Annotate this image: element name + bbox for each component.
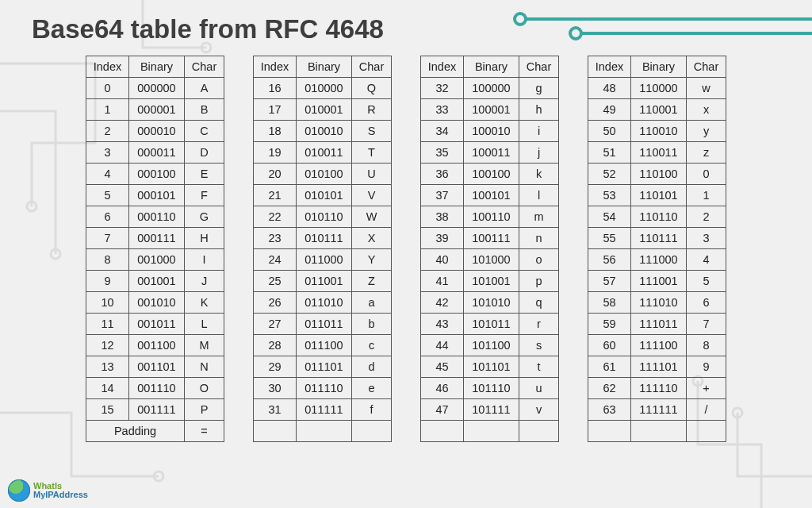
header-char: Char (519, 56, 559, 78)
header-index: Index (421, 56, 464, 78)
cell-char: k (519, 164, 559, 185)
table-row: 3000011D (86, 142, 224, 164)
cell-index: 1 (86, 99, 129, 121)
cell-index: 55 (588, 228, 631, 249)
table-row: 47101111v (421, 399, 559, 421)
cell-index: 21 (254, 185, 297, 206)
cell-index: 19 (254, 142, 297, 164)
cell-binary: 011001 (297, 271, 352, 292)
globe-icon (8, 479, 30, 502)
cell-index: 58 (588, 292, 631, 314)
cell-binary: 111010 (631, 292, 687, 314)
cell-binary: 000100 (129, 164, 185, 185)
cell-char: i (519, 121, 559, 142)
header-binary: Binary (631, 56, 687, 78)
cell-char: r (519, 314, 559, 335)
table-row: 4000100E (86, 164, 224, 185)
table-row: 51110011z (588, 142, 726, 164)
cell-index: 49 (588, 99, 631, 121)
table-row: 35100011j (421, 142, 559, 164)
cell-index: 24 (254, 249, 297, 271)
table-row: 13001101N (86, 356, 224, 378)
table-row: 6000110G (86, 206, 224, 228)
empty-cell (297, 421, 352, 442)
cell-index: 46 (421, 378, 464, 399)
cell-char: 8 (687, 335, 726, 356)
header-index: Index (86, 56, 129, 78)
cell-binary: 010010 (297, 121, 352, 142)
cell-char: w (687, 78, 726, 99)
cell-char: u (519, 378, 559, 399)
cell-binary: 101010 (464, 292, 519, 314)
cell-binary: 001101 (129, 356, 185, 378)
cell-index: 8 (86, 249, 129, 271)
cell-binary: 001001 (129, 271, 185, 292)
cell-char: q (519, 292, 559, 314)
cell-char: 9 (687, 356, 726, 378)
cell-char: Q (352, 78, 392, 99)
cell-binary: 110010 (631, 121, 687, 142)
cell-char: g (519, 78, 559, 99)
cell-binary: 101011 (464, 314, 519, 335)
table-row: 62111110+ (588, 378, 726, 399)
table-row: 40101000o (421, 249, 559, 271)
cell-index: 11 (86, 314, 129, 335)
header-binary: Binary (297, 56, 352, 78)
cell-char: b (352, 314, 392, 335)
padding-char: = (185, 421, 224, 442)
cell-binary: 100100 (464, 164, 519, 185)
cell-index: 60 (588, 335, 631, 356)
cell-binary: 101101 (464, 356, 519, 378)
table-row: 23010111X (254, 228, 392, 249)
table-row: 63111111/ (588, 399, 726, 421)
cell-index: 10 (86, 292, 129, 314)
cell-char: S (352, 121, 392, 142)
header-char: Char (352, 56, 392, 78)
table-row: 14001110O (86, 378, 224, 399)
table-row: 9001001J (86, 271, 224, 292)
table-row: 18010010S (254, 121, 392, 142)
cell-binary: 111011 (631, 314, 687, 335)
cell-char: J (185, 271, 224, 292)
cell-char: c (352, 335, 392, 356)
cell-char: V (352, 185, 392, 206)
cell-char: 1 (687, 185, 726, 206)
cell-index: 50 (588, 121, 631, 142)
cell-char: t (519, 356, 559, 378)
cell-binary: 011010 (297, 292, 352, 314)
cell-binary: 111001 (631, 271, 687, 292)
cell-char: d (352, 356, 392, 378)
cell-index: 47 (421, 399, 464, 421)
table-row: 45101101t (421, 356, 559, 378)
cell-char: D (185, 142, 224, 164)
cell-index: 18 (254, 121, 297, 142)
cell-index: 62 (588, 378, 631, 399)
cell-char: W (352, 206, 392, 228)
cell-index: 63 (588, 399, 631, 421)
cell-char: f (352, 399, 392, 421)
cell-binary: 000011 (129, 142, 185, 164)
cell-binary: 110101 (631, 185, 687, 206)
cell-index: 59 (588, 314, 631, 335)
empty-cell (421, 421, 464, 442)
cell-index: 28 (254, 335, 297, 356)
cell-index: 12 (86, 335, 129, 356)
cell-index: 30 (254, 378, 297, 399)
site-logo: WhatIs MyIPAddress (8, 479, 88, 502)
cell-binary: 011011 (297, 314, 352, 335)
table-row: 21010101V (254, 185, 392, 206)
table-row: 24011000Y (254, 249, 392, 271)
page-title: Base64 table from RFC 4648 (22, 14, 790, 44)
cell-char: 0 (687, 164, 726, 185)
table-row: 31011111f (254, 399, 392, 421)
table-row: 8001000I (86, 249, 224, 271)
cell-index: 51 (588, 142, 631, 164)
cell-char: K (185, 292, 224, 314)
cell-char: p (519, 271, 559, 292)
table-row: 50110010y (588, 121, 726, 142)
cell-binary: 110100 (631, 164, 687, 185)
cell-binary: 010011 (297, 142, 352, 164)
cell-char: H (185, 228, 224, 249)
cell-char: 6 (687, 292, 726, 314)
cell-binary: 011000 (297, 249, 352, 271)
